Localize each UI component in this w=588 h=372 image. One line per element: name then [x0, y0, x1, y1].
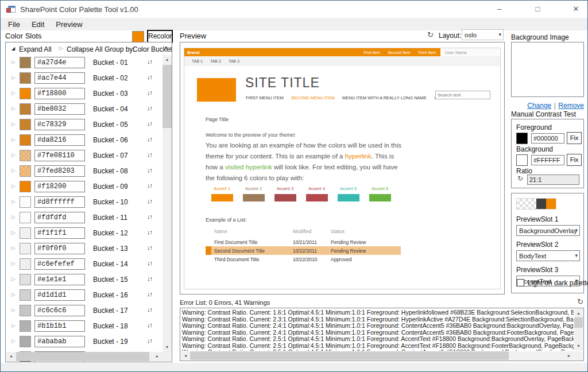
row-expander-icon[interactable]: ▷	[11, 106, 16, 111]
close-button[interactable]: ✕	[563, 1, 588, 18]
row-expander-icon[interactable]: ▷	[11, 261, 16, 266]
collapse-all-button[interactable]: Collapse All	[67, 45, 103, 53]
slot-hex-input[interactable]	[34, 320, 85, 332]
row-expander-icon[interactable]: ▷	[11, 59, 16, 65]
remove-link[interactable]: Remove	[558, 102, 584, 110]
menu-item-edit[interactable]: Edit	[26, 18, 50, 30]
sort-updown-icon[interactable]: ↓↑	[147, 58, 152, 65]
sort-updown-icon[interactable]: ↓↑	[147, 213, 152, 220]
error-refresh-icon[interactable]: ↻	[577, 297, 583, 306]
sort-updown-icon[interactable]: ↓↑	[147, 182, 152, 189]
expand-all-button[interactable]: Expand All	[19, 45, 52, 53]
preview-refresh-icon[interactable]: ↻	[427, 30, 434, 39]
preview-slot-combo[interactable]: BodyText▾	[516, 250, 580, 261]
slot-hex-input[interactable]	[34, 289, 85, 301]
scrollbar-thumb[interactable]	[574, 317, 583, 328]
slot-hex-input[interactable]	[34, 196, 85, 208]
slot-hex-input[interactable]	[34, 305, 85, 316]
ratio-refresh-icon[interactable]: ↻	[517, 175, 523, 183]
warning-line[interactable]: Warning: Contrast Ratio. Current: 2.4:1 …	[182, 323, 574, 330]
sort-updown-icon[interactable]: ↓↑	[147, 197, 152, 204]
background-hex-input[interactable]	[531, 155, 564, 165]
slot-hex-input[interactable]	[34, 274, 85, 285]
row-expander-icon[interactable]: ▷	[11, 137, 16, 142]
row-expander-icon[interactable]: ▷	[11, 152, 16, 158]
row-expander-icon[interactable]: ▷	[11, 245, 16, 251]
slot-hex-input[interactable]	[34, 336, 85, 347]
slot-hex-input[interactable]	[34, 119, 85, 130]
scroll-left-icon[interactable]: ◄	[181, 351, 190, 360]
slot-hex-input[interactable]	[34, 258, 85, 270]
minimize-button[interactable]: –	[486, 1, 512, 18]
slot-hex-input[interactable]	[34, 212, 85, 223]
slot-hex-input[interactable]	[34, 243, 85, 254]
scrollbar-thumb[interactable]	[16, 352, 149, 361]
slot-hex-input[interactable]	[34, 150, 85, 161]
slot-hex-input[interactable]	[34, 227, 85, 239]
sort-updown-icon[interactable]: ↓↑	[147, 89, 152, 96]
sort-updown-icon[interactable]: ↓↑	[147, 228, 152, 235]
row-expander-icon[interactable]: ▷	[11, 75, 16, 80]
menu-item-preview[interactable]: Preview	[50, 18, 88, 30]
scroll-down-icon[interactable]: ▼	[574, 342, 583, 351]
foreground-swatch[interactable]	[516, 133, 528, 144]
slot-hex-input[interactable]	[34, 165, 85, 177]
scroll-up-icon[interactable]: ▲	[574, 309, 583, 318]
warning-line[interactable]: Warning: Contrast Ratio. Current: 1.6:1 …	[182, 309, 574, 316]
chevron-down-icon[interactable]: ▾	[165, 45, 168, 51]
sort-updown-icon[interactable]: ↓↑	[147, 73, 152, 80]
row-expander-icon[interactable]: ▷	[11, 90, 16, 96]
warning-line[interactable]: Warning: Contrast Ratio. Current: 2.5:1 …	[182, 336, 574, 343]
row-expander-icon[interactable]: ▷	[11, 230, 16, 235]
sort-updown-icon[interactable]: ↓↑	[147, 151, 152, 158]
sort-updown-icon[interactable]: ↓↑	[147, 166, 152, 173]
row-expander-icon[interactable]: ▷	[11, 183, 16, 189]
maximize-button[interactable]: □	[525, 1, 551, 18]
light-on-dark-checkbox[interactable]	[517, 279, 524, 286]
scroll-right-icon[interactable]: ►	[564, 351, 574, 360]
slot-hex-input[interactable]	[34, 103, 85, 115]
sort-updown-icon[interactable]: ↓↑	[147, 244, 152, 251]
slot-hex-input[interactable]	[34, 72, 85, 84]
scroll-right-icon[interactable]: ►	[153, 352, 162, 361]
sort-updown-icon[interactable]: ↓↑	[147, 290, 152, 297]
background-fix-button[interactable]: Fix	[567, 154, 582, 166]
sort-updown-icon[interactable]: ↓↑	[147, 120, 152, 127]
menu-item-file[interactable]: File	[2, 18, 26, 30]
scroll-left-icon[interactable]: ◄	[6, 352, 16, 361]
row-expander-icon[interactable]: ▷	[11, 292, 16, 297]
current-color-swatch[interactable]	[132, 31, 144, 43]
row-expander-icon[interactable]: ▷	[11, 168, 16, 173]
recolor-button[interactable]: Recolor	[147, 30, 173, 43]
row-expander-icon[interactable]: ▷	[11, 276, 16, 282]
row-expander-icon[interactable]: ▷	[11, 214, 16, 220]
expand-all-icon[interactable]: ◢	[11, 46, 15, 51]
sort-updown-icon[interactable]: ↓↑	[147, 259, 152, 266]
foreground-fix-button[interactable]: Fix	[567, 132, 582, 144]
collapse-all-icon[interactable]: ▷	[59, 45, 63, 51]
sort-updown-icon[interactable]: ↓↑	[147, 135, 152, 142]
sort-updown-icon[interactable]: ↓↑	[147, 104, 152, 111]
scroll-up-icon[interactable]: ▲	[163, 55, 172, 64]
sort-updown-icon[interactable]: ↓↑	[147, 321, 152, 328]
row-expander-icon[interactable]: ▷	[11, 338, 16, 344]
sort-updown-icon[interactable]: ↓↑	[147, 306, 152, 313]
sort-updown-icon[interactable]: ↓↑	[147, 275, 152, 282]
warning-line[interactable]: Warning: Contrast Ratio. Current: 2.5:1 …	[182, 349, 574, 351]
scrollbar-thumb[interactable]	[190, 351, 509, 360]
background-swatch[interactable]	[516, 154, 528, 166]
slot-hex-input[interactable]	[34, 88, 85, 99]
slot-hex-input[interactable]	[34, 57, 85, 68]
scrollbar-thumb[interactable]	[163, 65, 172, 128]
layout-combo[interactable]: oslo ▾	[462, 29, 504, 40]
row-expander-icon[interactable]: ▷	[11, 121, 16, 127]
slot-hex-input[interactable]	[34, 181, 85, 192]
row-expander-icon[interactable]: ▷	[11, 199, 16, 204]
scroll-down-icon[interactable]: ▼	[163, 343, 172, 352]
change-link[interactable]: Change	[527, 102, 551, 110]
preview-slot-combo[interactable]: BackgroundOverlay▾	[516, 225, 580, 236]
slot-hex-input[interactable]	[34, 134, 85, 146]
row-expander-icon[interactable]: ▷	[11, 307, 16, 313]
row-expander-icon[interactable]: ▷	[11, 323, 16, 328]
sort-updown-icon[interactable]: ↓↑	[147, 337, 152, 344]
